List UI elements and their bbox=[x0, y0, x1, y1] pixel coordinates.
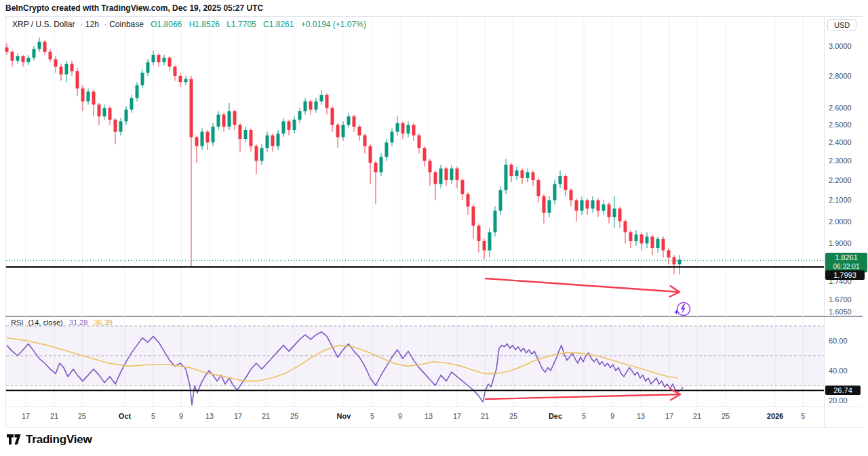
price-tick-label: 2.1000 bbox=[829, 196, 852, 204]
time-tick-label: 13 bbox=[205, 412, 214, 420]
time-tick-label: 5 bbox=[582, 412, 586, 420]
time-tick-label: 17 bbox=[22, 412, 30, 420]
time-tick-label: 25 bbox=[78, 412, 86, 420]
price-tick-label: 2.8000 bbox=[829, 72, 852, 80]
price-tick-label: 1.9000 bbox=[829, 239, 852, 247]
time-tick-label: 21 bbox=[262, 412, 270, 420]
ohlc-high: H1.8526 bbox=[189, 20, 220, 29]
gridlines bbox=[26, 17, 803, 407]
symbol-name[interactable]: XRP / U.S. Dollar bbox=[12, 20, 75, 29]
price-tick-label: 2.4000 bbox=[829, 138, 852, 146]
time-tick-label: 13 bbox=[425, 412, 433, 420]
price-tick-label: 2.0000 bbox=[829, 217, 852, 226]
price-tick-label: 2.6000 bbox=[829, 104, 852, 112]
rsi-params: (14, close) bbox=[28, 318, 62, 327]
exchange-label[interactable]: Coinbase bbox=[109, 20, 144, 29]
time-tick-label: 5 bbox=[801, 412, 805, 420]
frame-bottom-border bbox=[5, 427, 863, 428]
drawn-horizontal-lines[interactable] bbox=[6, 261, 824, 391]
ohlc-open: O1.8066 bbox=[151, 20, 182, 29]
frame-left-border bbox=[5, 16, 6, 427]
interval-label[interactable]: 12h bbox=[85, 20, 99, 29]
price-tick-label: 1.6700 bbox=[829, 295, 852, 304]
time-tick-label: 17 bbox=[453, 412, 461, 420]
time-tick-label: Nov bbox=[337, 412, 351, 420]
drawn-line-price-badge: 1.7993 bbox=[825, 270, 865, 280]
price-tick-label: 2.5000 bbox=[829, 121, 852, 129]
time-tick-label: 17 bbox=[234, 412, 242, 420]
price-tick-label: 3.0000 bbox=[829, 42, 852, 50]
time-tick-label: 9 bbox=[398, 412, 402, 420]
chart-canvas[interactable] bbox=[0, 0, 868, 456]
price-tick-label: 2.2000 bbox=[829, 176, 852, 184]
tradingview-brand[interactable]: TradingView bbox=[7, 433, 92, 447]
brand-text: TradingView bbox=[26, 433, 92, 447]
time-tick-label: 21 bbox=[693, 412, 701, 420]
price-tick-label: 1.6050 bbox=[829, 308, 852, 316]
time-tick-label: 25 bbox=[509, 412, 517, 420]
time-tick-label: Dec bbox=[549, 412, 562, 420]
rsi-tick-label: 40.00 bbox=[829, 367, 848, 375]
time-tick-label: 25 bbox=[722, 412, 730, 420]
currency-axis-button[interactable]: USD bbox=[827, 19, 856, 31]
drawn-arrows[interactable] bbox=[486, 278, 680, 400]
price-tick-label: 2.3000 bbox=[829, 157, 852, 165]
rsi-band bbox=[6, 326, 824, 386]
legend-separator: · bbox=[104, 20, 106, 29]
rsi-title[interactable]: RSI bbox=[11, 318, 23, 327]
symbol-legend[interactable]: XRP / U.S. Dollar ·12h ·Coinbase O1.8066… bbox=[12, 20, 366, 29]
rsi-ma-value: 36.39 bbox=[94, 318, 113, 327]
last-price-badge: 1.8261 06:32:01 bbox=[825, 253, 867, 272]
time-axis-border[interactable] bbox=[5, 407, 863, 407]
rsi-tick-label: 60.00 bbox=[829, 337, 848, 345]
time-tick-label: 9 bbox=[610, 412, 614, 420]
time-tick-label: 21 bbox=[481, 412, 489, 420]
rsi-legend[interactable]: RSI (14, close) 31.28 36.39 bbox=[11, 318, 113, 327]
tradingview-chart-page: BeInCrypto created with TradingView.com,… bbox=[0, 0, 868, 456]
ohlc-change: +0.0194 (+1.07%) bbox=[301, 20, 366, 29]
time-tick-label: 17 bbox=[665, 412, 673, 420]
ohlc-low: L1.7705 bbox=[226, 20, 256, 29]
candlestick-series bbox=[5, 37, 682, 274]
frame-top-border bbox=[5, 16, 863, 17]
rsi-value: 31.28 bbox=[69, 318, 88, 327]
time-tick-label: 5 bbox=[151, 412, 155, 420]
time-tick-label: 5 bbox=[370, 412, 374, 420]
time-tick-label: 21 bbox=[50, 412, 58, 420]
rsi-value-badge: 26.74 bbox=[825, 386, 861, 395]
attribution-text: BeInCrypto created with TradingView.com,… bbox=[5, 3, 263, 13]
ohlc-close: C1.8261 bbox=[263, 20, 294, 29]
time-tick-label: 9 bbox=[179, 412, 183, 420]
legend-separator: · bbox=[80, 20, 83, 29]
time-tick-label: Oct bbox=[119, 412, 131, 420]
pane-separator[interactable] bbox=[5, 316, 863, 317]
flash-emoji-icon[interactable] bbox=[674, 303, 690, 316]
time-tick-label: 13 bbox=[637, 412, 645, 420]
time-tick-label: 2026 bbox=[767, 412, 783, 420]
rsi-lines bbox=[7, 332, 683, 405]
last-price-value: 1.8261 bbox=[828, 253, 865, 262]
rsi-tick-label: 20.00 bbox=[829, 396, 848, 405]
tradingview-logo-icon bbox=[7, 434, 21, 445]
price-axis-border[interactable] bbox=[824, 16, 825, 427]
time-tick-label: 25 bbox=[290, 412, 298, 420]
